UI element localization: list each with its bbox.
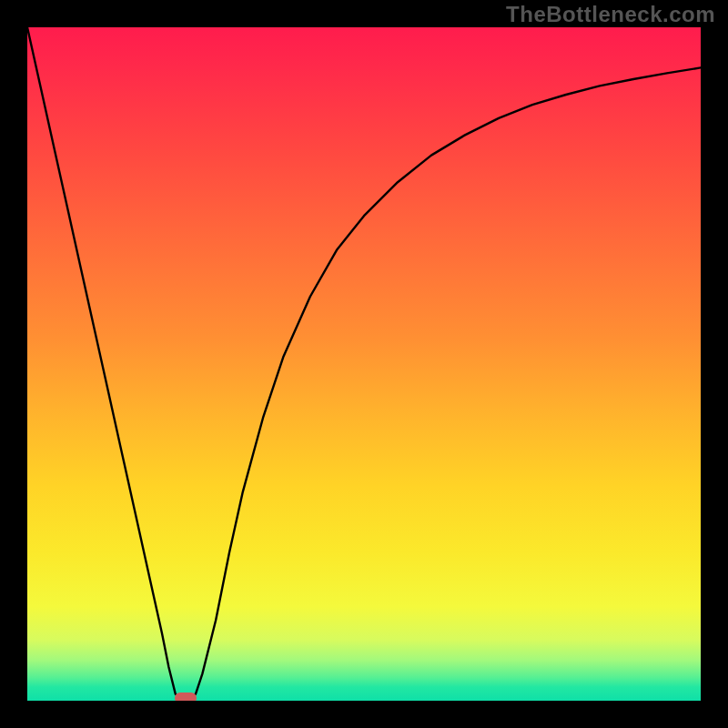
plot-area — [27, 27, 701, 701]
bottleneck-curve — [27, 27, 701, 701]
watermark-text: TheBottleneck.com — [506, 2, 715, 27]
min-marker — [175, 693, 197, 701]
curve-path — [27, 27, 701, 701]
chart-frame: TheBottleneck.com — [0, 0, 728, 728]
